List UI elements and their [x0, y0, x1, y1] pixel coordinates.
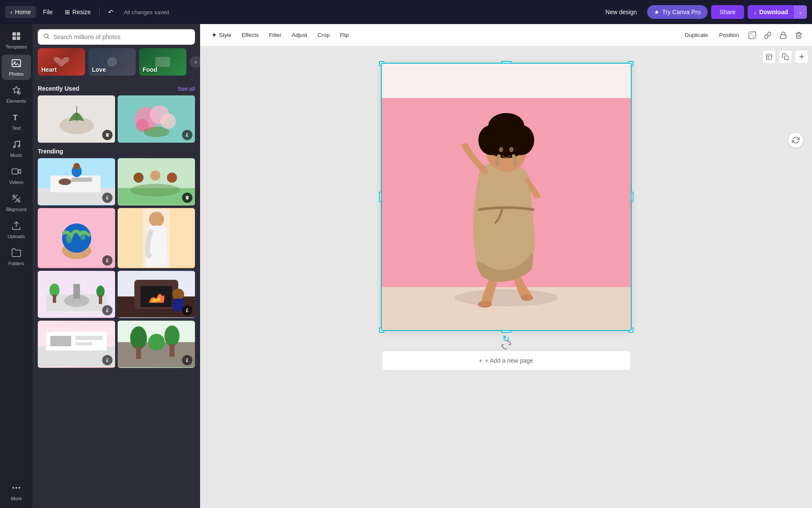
svg-rect-71	[136, 346, 141, 359]
adjust-button[interactable]: Adjust	[287, 29, 311, 41]
style-button[interactable]: ✦ Style	[207, 28, 236, 42]
videos-icon	[11, 166, 21, 178]
resize-button[interactable]: ⊞ Resize	[60, 6, 96, 18]
filter-button[interactable]: Filter	[265, 29, 286, 41]
position-button[interactable]: Position	[715, 29, 743, 41]
search-input[interactable]	[53, 34, 190, 40]
file-button[interactable]: File	[38, 6, 58, 18]
rotate-handle[interactable]: ↻	[502, 334, 510, 344]
text-icon: T	[11, 112, 21, 124]
sidebar-item-folders[interactable]: Folders	[2, 244, 31, 269]
trending-header: Trending	[38, 148, 195, 155]
svg-point-33	[73, 163, 80, 170]
main-area: Templates Photos Elements	[0, 24, 812, 508]
sidebar-item-photos[interactable]: Photos	[2, 55, 31, 80]
canvas-image	[382, 64, 631, 330]
share-button[interactable]: Share	[711, 5, 744, 19]
copy-button[interactable]	[779, 50, 792, 64]
svg-point-24	[161, 113, 176, 129]
new-design-button[interactable]: New design	[599, 5, 644, 19]
sidebar-label-more: More	[11, 496, 21, 501]
link-button[interactable]	[761, 29, 774, 42]
trending-photo-7[interactable]: £	[38, 321, 115, 368]
trending-photo-4[interactable]	[118, 208, 195, 268]
add-element-button[interactable]	[795, 50, 809, 64]
category-chip-heart[interactable]: Heart	[38, 48, 85, 76]
see-all-link[interactable]: See all	[178, 86, 195, 92]
sidebar-item-templates[interactable]: Templates	[2, 28, 31, 53]
effects-label: Effects	[242, 32, 259, 38]
effects-button[interactable]: Effects	[237, 29, 263, 41]
home-button[interactable]: ‹ Home	[5, 6, 36, 18]
canvas-area: ✦ Style Effects Filter Adjust Crop Flip …	[200, 24, 812, 508]
trending-photo-6[interactable]: £	[118, 271, 195, 318]
chevron-down-icon: ⌄	[798, 9, 803, 15]
recent-photo-1[interactable]: ♛	[38, 95, 115, 143]
svg-rect-73	[170, 344, 175, 357]
trending-photo-5[interactable]: £	[38, 271, 115, 318]
sidebar-label-music: Music	[10, 153, 23, 158]
search-bar-wrap	[33, 24, 200, 48]
resize-icon: ⊞	[65, 9, 70, 15]
trending-photo-8[interactable]: £	[118, 321, 195, 368]
download-main-button[interactable]: ↓ Download	[748, 5, 794, 19]
canvas-frame[interactable]: ↻	[382, 64, 631, 330]
lock-button[interactable]	[777, 29, 790, 42]
trending-badge-1: £	[102, 193, 113, 203]
sidebar-label-background: Bkground	[6, 207, 26, 212]
duplicate-button[interactable]: Duplicate	[681, 29, 712, 41]
svg-point-26	[144, 127, 170, 137]
style-icon: ✦	[211, 31, 217, 39]
sidebar-label-uploads: Uploads	[8, 234, 25, 239]
category-chip-food[interactable]: Food	[139, 48, 186, 76]
download-label: Download	[759, 9, 788, 15]
panel-scroll[interactable]: Recently Used See all ♛	[33, 80, 200, 508]
svg-point-36	[134, 173, 143, 183]
adjust-label: Adjust	[292, 32, 307, 38]
svg-point-8	[13, 146, 15, 148]
love-chip-label: Love	[88, 64, 109, 76]
canvas-right-refresh[interactable]	[788, 132, 803, 148]
undo-button[interactable]: ↶	[103, 6, 119, 18]
svg-point-54	[96, 286, 104, 297]
sidebar-label-text: Text	[12, 125, 21, 131]
sidebar-item-more[interactable]: More	[2, 479, 31, 505]
search-icon	[43, 33, 50, 41]
delete-button[interactable]	[792, 29, 805, 42]
category-chip-love[interactable]: Love	[88, 48, 136, 76]
flip-button[interactable]: Flip	[336, 29, 353, 41]
svg-point-38	[167, 173, 177, 183]
position-label: Position	[719, 32, 739, 38]
svg-rect-66	[76, 336, 103, 340]
sidebar-item-uploads[interactable]: Uploads	[2, 217, 31, 242]
trending-photo-2[interactable]: ♛	[118, 158, 195, 205]
download-dropdown-button[interactable]: ⌄	[794, 6, 807, 18]
sidebar-item-text[interactable]: T Text	[2, 109, 31, 134]
svg-point-70	[130, 326, 147, 349]
sidebar-item-music[interactable]: Music	[2, 136, 31, 161]
try-pro-button[interactable]: ★ Try Canva Pro	[647, 5, 708, 19]
toolbar: ✦ Style Effects Filter Adjust Crop Flip …	[200, 24, 812, 46]
trending-photo-3[interactable]: £	[38, 208, 115, 268]
svg-rect-80	[785, 56, 788, 60]
uploads-icon	[11, 220, 21, 232]
top-bar: ‹ Home File ⊞ Resize ↶ All changes saved…	[0, 0, 812, 24]
filter-label: Filter	[269, 32, 281, 38]
sidebar-label-folders: Folders	[9, 261, 24, 266]
add-note-button[interactable]	[762, 50, 776, 64]
panel-collapse-handle[interactable]: ‹	[199, 256, 200, 276]
sidebar-item-videos[interactable]: Videos	[2, 163, 31, 188]
sidebar-item-background[interactable]: Bkground	[2, 190, 31, 215]
trending-photo-1[interactable]: £	[38, 158, 115, 205]
scroll-right-button[interactable]: ›	[190, 56, 200, 68]
refresh-button[interactable]	[788, 132, 803, 148]
recent-photo-2[interactable]: £	[118, 95, 195, 143]
sidebar-item-elements[interactable]: Elements	[2, 82, 31, 107]
pound-badge: £	[182, 130, 192, 140]
transparency-button[interactable]	[746, 29, 759, 42]
add-page-bar[interactable]: + + Add a new page	[382, 351, 631, 370]
trending-badge-2: ♛	[182, 193, 192, 203]
more-icon	[11, 483, 21, 494]
sidebar-label-videos: Videos	[9, 180, 23, 185]
crop-button[interactable]: Crop	[313, 29, 334, 41]
